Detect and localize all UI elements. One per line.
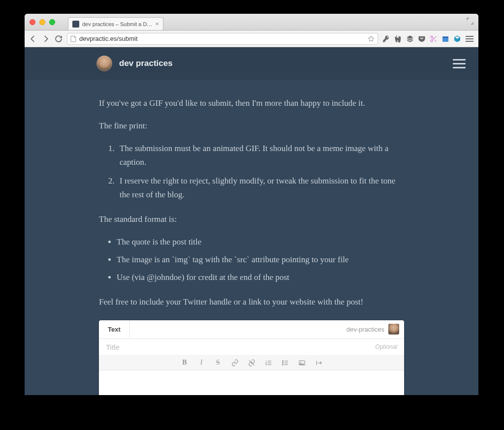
back-button[interactable] [29,34,37,43]
page-icon [70,35,76,42]
svg-rect-3 [442,36,448,38]
forward-button[interactable] [41,34,50,43]
editor-tab-text[interactable]: Text [99,320,130,338]
site-title[interactable]: dev practices [119,59,173,68]
format-label: The standard format is: [99,213,404,226]
editor-body[interactable] [99,370,404,395]
traffic-lights [30,19,55,25]
buffer-icon[interactable] [406,34,414,43]
link-button[interactable] [230,358,239,367]
rule-item: I reserve the right to reject, slightly … [117,174,404,202]
svg-point-8 [300,362,301,363]
rule-item: The submission must be an animated GIF. … [117,142,404,169]
browser-toolbar: devpractic.es/submit [25,31,478,47]
editor-username: dev-practices [346,326,384,333]
italic-button[interactable]: I [197,358,206,367]
unlink-button[interactable] [247,358,256,367]
intro-text: If you've got a GIF you'd like to submit… [99,96,404,110]
insert-button[interactable] [314,358,323,367]
window-titlebar: dev practices – Submit a D… × [25,14,478,31]
editor-user[interactable]: dev-practices [346,324,404,335]
unordered-list-button[interactable] [281,358,289,367]
zoom-window-button[interactable] [49,19,55,25]
format-item: The image is an `img` tag with the `src`… [117,253,404,267]
url-bar[interactable]: devpractic.es/submit [67,33,378,45]
cube-icon[interactable] [453,34,462,43]
site-header: dev practices [25,47,478,80]
pocket-icon[interactable] [417,34,426,43]
strikethrough-button[interactable]: S [214,358,222,367]
svg-point-0 [431,36,433,38]
svg-point-6 [282,364,283,365]
page-content: dev practices If you've got a GIF you'd … [25,47,478,395]
ordered-list-button[interactable] [264,358,273,367]
tab-title: dev practices – Submit a D… [82,21,152,27]
close-window-button[interactable] [30,19,35,25]
rules-list: The submission must be an animated GIF. … [117,142,404,202]
site-avatar[interactable] [96,56,112,71]
close-tab-icon[interactable]: × [155,21,159,27]
svg-point-1 [431,40,433,42]
key-icon[interactable] [382,34,391,43]
post-editor: Text dev-practices Optional B I S [99,320,404,395]
editor-header: Text dev-practices [99,320,404,339]
optional-label: Optional [375,343,397,350]
format-item: The quote is the post title [117,235,404,249]
bold-button[interactable]: B [180,358,189,367]
calendar-icon[interactable] [441,34,450,43]
svg-point-5 [282,362,283,363]
format-list: The quote is the post title The image is… [117,235,404,284]
hamburger-menu-icon[interactable] [453,59,466,68]
expand-icon[interactable] [467,18,473,25]
browser-tab[interactable]: dev practices – Submit a D… × [68,17,163,30]
article-content: If you've got a GIF you'd like to submit… [99,96,404,309]
evernote-icon[interactable] [394,34,403,43]
footer-note: Feel free to include your Twitter handle… [99,295,404,309]
editor-title-row: Optional [99,339,404,356]
editor-avatar [388,324,399,335]
bookmark-star-icon[interactable] [368,35,375,42]
scissors-icon[interactable] [429,34,438,43]
browser-window: dev practices – Submit a D… × devpractic… [25,14,478,395]
editor-toolbar: B I S [99,356,404,370]
chrome-menu-icon[interactable] [465,35,474,43]
minimize-window-button[interactable] [39,19,45,25]
favicon-icon [72,21,79,28]
title-input[interactable] [106,343,375,351]
reload-button[interactable] [54,34,63,43]
svg-point-4 [282,360,283,361]
image-button[interactable] [297,358,306,367]
url-text: devpractic.es/submit [79,35,138,42]
fine-print-label: The fine print: [99,119,404,133]
extension-icons [382,34,474,43]
format-item: Use (via @johndoe) for credit at the end… [117,271,404,284]
